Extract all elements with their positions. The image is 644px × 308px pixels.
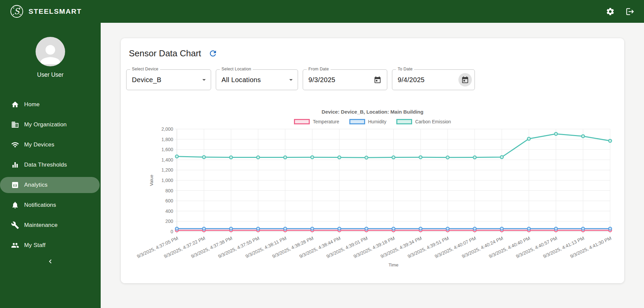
svg-text:600: 600	[165, 198, 174, 203]
sidebar-item-label: My Organization	[24, 121, 67, 128]
device-select-value: Device_B	[132, 76, 161, 84]
sidebar-item-home[interactable]: Home	[0, 97, 100, 113]
svg-text:1,200: 1,200	[161, 167, 173, 173]
calendar-icon	[374, 76, 382, 84]
sidebar-menu: HomeMy OrganizationMy DevicesData Thresh…	[0, 97, 101, 253]
svg-text:Time: Time	[389, 262, 399, 267]
device-select[interactable]: Select Device Device_B	[126, 69, 211, 90]
legend-item-carbon-emission[interactable]: Carbon Emission	[396, 119, 451, 124]
legend-swatch	[349, 119, 365, 124]
sensor-chart: 02004006008001,0001,2001,4001,6001,8002,…	[129, 126, 616, 272]
svg-text:0: 0	[170, 229, 173, 234]
chart-legend: TemperatureHumidityCarbon Emission	[129, 119, 616, 124]
sidebar-item-my-staff[interactable]: My Staff	[0, 237, 100, 253]
refresh-button[interactable]	[208, 49, 217, 58]
to-date-label: To Date	[396, 67, 414, 71]
legend-swatch	[294, 119, 310, 124]
avatar	[36, 37, 65, 66]
svg-text:1,000: 1,000	[161, 178, 173, 183]
legend-item-humidity[interactable]: Humidity	[349, 119, 386, 124]
to-date-value: 9/4/2025	[398, 76, 425, 84]
sidebar-item-notifications[interactable]: Notifications	[0, 197, 100, 213]
gear-icon	[606, 7, 615, 16]
to-date-field[interactable]: To Date 9/4/2025	[392, 69, 475, 90]
wrench-icon	[11, 221, 19, 229]
analytics-icon	[11, 181, 19, 189]
sidebar-item-analytics[interactable]: Analytics	[0, 177, 100, 193]
logout-icon	[626, 7, 635, 16]
people-icon	[11, 241, 19, 249]
location-select-value: All Locations	[221, 76, 261, 84]
settings-button[interactable]	[606, 7, 615, 16]
topbar: S STEELSMART	[0, 0, 644, 23]
logout-button[interactable]	[626, 7, 635, 16]
filter-bar: Select Device Device_B Select Location A…	[126, 69, 616, 90]
sidebar: User User HomeMy OrganizationMy DevicesD…	[0, 23, 101, 308]
legend-swatch	[396, 119, 412, 124]
sidebar-item-label: Notifications	[24, 202, 56, 208]
organization-icon	[11, 121, 19, 129]
sidebar-item-label: My Staff	[24, 242, 46, 249]
svg-text:Value: Value	[149, 175, 154, 186]
bar-chart-icon	[11, 161, 19, 169]
svg-text:400: 400	[165, 208, 174, 214]
sidebar-item-my-devices[interactable]: My Devices	[0, 137, 100, 153]
calendar-icon	[461, 76, 469, 84]
main-content: Sensor Data Chart Select Device Device_B…	[101, 23, 644, 308]
chevron-left-icon	[46, 257, 54, 265]
svg-text:1,800: 1,800	[161, 137, 173, 142]
svg-text:200: 200	[165, 219, 174, 224]
location-select-label: Select Location	[220, 67, 253, 71]
user-name: User User	[0, 71, 101, 78]
legend-label: Carbon Emission	[415, 119, 451, 124]
legend-label: Humidity	[368, 119, 386, 124]
chevron-down-icon	[200, 76, 208, 84]
chevron-down-icon	[287, 76, 295, 84]
from-date-field[interactable]: From Date 9/3/2025	[303, 69, 387, 90]
svg-text:1,400: 1,400	[161, 157, 173, 163]
brand-name: STEELSMART	[29, 7, 82, 15]
location-select[interactable]: Select Location All Locations	[216, 69, 298, 90]
svg-text:S: S	[14, 7, 20, 16]
from-date-calendar-button[interactable]	[371, 73, 384, 86]
sidebar-item-label: Home	[24, 101, 40, 108]
brand-logo: S STEELSMART	[9, 4, 82, 19]
sidebar-item-label: My Devices	[24, 141, 54, 148]
wifi-icon	[11, 141, 19, 149]
legend-label: Temperature	[313, 119, 339, 124]
sidebar-item-label: Data Thresholds	[24, 162, 67, 168]
bell-icon	[11, 201, 19, 209]
sidebar-collapse-button[interactable]	[0, 257, 101, 265]
refresh-icon	[208, 49, 217, 58]
from-date-value: 9/3/2025	[308, 76, 335, 84]
device-select-label: Select Device	[130, 67, 160, 71]
sidebar-item-my-organization[interactable]: My Organization	[0, 117, 100, 133]
home-icon	[11, 101, 19, 109]
steelsmart-logo-icon: S	[9, 4, 24, 19]
to-date-calendar-button[interactable]	[458, 73, 472, 86]
svg-text:2,000: 2,000	[161, 126, 173, 132]
sensor-data-card: Sensor Data Chart Select Device Device_B…	[121, 38, 624, 283]
page-title: Sensor Data Chart	[129, 48, 201, 59]
sidebar-item-maintenance[interactable]: Maintenance	[0, 217, 100, 233]
svg-text:1,600: 1,600	[161, 147, 173, 152]
chart-title: Device: Device_B, Location: Main Buildin…	[129, 109, 616, 115]
svg-text:800: 800	[165, 188, 174, 193]
person-icon	[36, 40, 65, 66]
from-date-label: From Date	[307, 67, 331, 71]
sidebar-item-data-thresholds[interactable]: Data Thresholds	[0, 157, 100, 173]
legend-item-temperature[interactable]: Temperature	[294, 119, 339, 124]
sidebar-item-label: Analytics	[24, 182, 48, 188]
sidebar-item-label: Maintenance	[24, 222, 58, 229]
